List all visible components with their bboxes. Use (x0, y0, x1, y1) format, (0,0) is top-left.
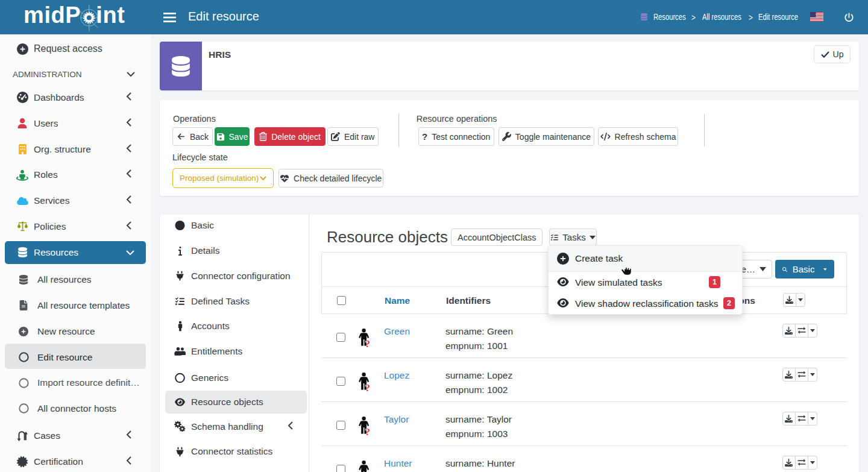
svg-text:?: ? (365, 426, 370, 435)
svg-text:?: ? (365, 338, 370, 347)
svg-text:?: ? (365, 470, 370, 472)
svg-text:?: ? (365, 382, 370, 391)
